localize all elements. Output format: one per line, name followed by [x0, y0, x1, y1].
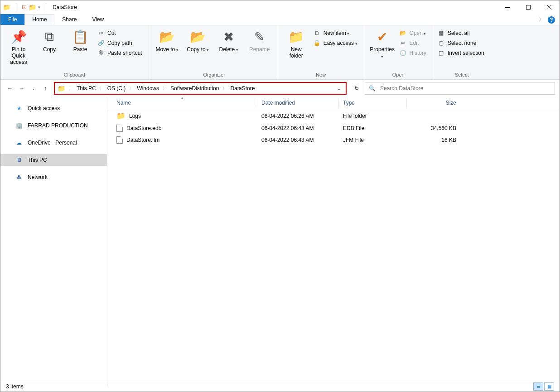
crumb-windows[interactable]: Windows	[137, 85, 159, 92]
crumb-this-pc[interactable]: This PC	[77, 85, 96, 92]
select-all-icon: ▦	[438, 30, 445, 36]
search-placeholder: Search DataStore	[380, 85, 423, 92]
cut-icon: ✂	[97, 30, 105, 36]
select-all-button[interactable]: ▦Select all	[436, 29, 486, 37]
rename-button[interactable]: ✎ Rename	[247, 28, 272, 53]
chevron-right-icon[interactable]: 〉	[163, 86, 167, 92]
sidebar-item-this-pc[interactable]: 🖥This PC	[0, 154, 107, 166]
group-open: ✔ Properties 📂Open ✏Edit 🕘History Open	[364, 25, 433, 79]
svg-rect-0	[505, 7, 510, 8]
ribbon: 📌 Pin to Quick access ⧉ Copy 📋 Paste ✂Cu…	[0, 25, 560, 80]
ribbon-collapse-icon[interactable]: 〉	[539, 16, 544, 24]
file-list: ▲Name Date modified Type Size 📁Logs06-04…	[107, 97, 560, 387]
properties-button[interactable]: ✔ Properties	[370, 28, 395, 60]
app-icon: 📁	[3, 4, 10, 11]
navigation-bar: ← → ⌄ ↑ 📁 〉 This PC 〉 OS (C:) 〉 Windows …	[0, 80, 560, 97]
close-button[interactable]	[539, 0, 560, 14]
copy-to-button[interactable]: 📂 Copy to	[185, 28, 211, 53]
copy-button[interactable]: ⧉ Copy	[37, 28, 62, 53]
select-none-icon: ▢	[438, 40, 445, 46]
table-row[interactable]: DataStore.edb06-04-2022 06:43 AMEDB File…	[107, 122, 560, 134]
table-row[interactable]: 📁Logs06-04-2022 06:26 AMFile folder	[107, 109, 560, 122]
crumb-os-c[interactable]: OS (C:)	[107, 85, 126, 92]
address-folder-icon: 📁	[58, 85, 65, 92]
paste-button[interactable]: 📋 Paste	[68, 28, 93, 53]
view-details-button[interactable]: ☰	[533, 382, 543, 391]
building-icon: 🏢	[15, 122, 23, 129]
recent-dropdown[interactable]: ⌄	[29, 83, 39, 93]
sidebar-item-quick-access[interactable]: ★Quick access	[0, 102, 107, 114]
minimize-button[interactable]	[497, 0, 518, 14]
copy-path-icon: 🔗	[97, 40, 105, 46]
group-clipboard: 📌 Pin to Quick access ⧉ Copy 📋 Paste ✂Cu…	[0, 25, 149, 79]
rename-icon: ✎	[254, 28, 265, 45]
file-size	[406, 114, 461, 118]
sidebar-item-onedrive[interactable]: ☁OneDrive - Personal	[0, 137, 107, 149]
refresh-button[interactable]: ↻	[350, 82, 363, 95]
window-title: DataStore	[53, 4, 77, 10]
chevron-right-icon[interactable]: 〉	[100, 86, 104, 92]
paste-shortcut-icon: 🗐	[97, 50, 105, 56]
tab-file[interactable]: File	[0, 14, 24, 25]
easy-access-button[interactable]: 🔓Easy access	[312, 39, 359, 47]
star-icon: ★	[15, 105, 23, 111]
copy-path-button[interactable]: 🔗Copy path	[96, 39, 144, 47]
folder-icon: 📁	[116, 111, 126, 120]
maximize-button[interactable]	[518, 0, 539, 14]
sidebar-item-network[interactable]: 🖧Network	[0, 171, 107, 183]
file-name: DataStore.edb	[126, 125, 161, 131]
new-item-button[interactable]: 🗋New item	[312, 29, 359, 37]
crumb-softwaredistribution[interactable]: SoftwareDistribution	[170, 85, 219, 92]
history-button[interactable]: 🕘History	[398, 49, 428, 57]
delete-icon: ✖	[223, 28, 234, 45]
tab-view[interactable]: View	[84, 14, 111, 25]
qat-folder-icon[interactable]: 📁	[29, 4, 36, 11]
qat-checkbox-icon[interactable]: ☑	[22, 4, 27, 10]
col-name[interactable]: ▲Name	[107, 97, 257, 109]
col-size[interactable]: Size	[406, 97, 461, 109]
open-icon: 📂	[400, 30, 407, 36]
paste-shortcut-button[interactable]: 🗐Paste shortcut	[96, 49, 144, 57]
col-type[interactable]: Type	[338, 97, 406, 109]
sort-asc-icon: ▲	[180, 96, 184, 100]
tab-home[interactable]: Home	[24, 14, 54, 25]
move-to-button[interactable]: 📂 Move to	[154, 28, 180, 53]
chevron-right-icon[interactable]: 〉	[69, 86, 73, 92]
item-count: 3 items	[6, 383, 24, 390]
content-area: ★Quick access 🏢FARRAD PRODUCTION ☁OneDri…	[0, 97, 560, 387]
invert-selection-button[interactable]: ◫Invert selection	[436, 49, 486, 57]
crumb-datastore[interactable]: DataStore	[230, 85, 255, 92]
help-icon[interactable]: ?	[548, 16, 555, 24]
up-button[interactable]: ↑	[40, 83, 50, 93]
group-select: ▦Select all ▢Select none ◫Invert selecti…	[433, 25, 491, 79]
select-none-button[interactable]: ▢Select none	[436, 39, 486, 47]
qat-dropdown-icon[interactable]: ▾	[38, 5, 40, 10]
move-to-icon: 📂	[159, 28, 175, 45]
window-controls	[497, 0, 560, 14]
chevron-right-icon[interactable]: 〉	[129, 86, 133, 92]
group-new: 📁 New folder 🗋New item 🔓Easy access New	[278, 25, 364, 79]
file-name: DataStore.jfm	[126, 137, 159, 143]
new-folder-button[interactable]: 📁 New folder	[284, 28, 309, 59]
file-icon	[116, 125, 123, 132]
file-type: File folder	[338, 111, 406, 121]
ribbon-tabs: File Home Share View 〉 ?	[0, 14, 560, 25]
address-dropdown-icon[interactable]: ⌄	[335, 85, 343, 92]
search-input[interactable]: 🔍 Search DataStore	[365, 82, 555, 95]
open-button[interactable]: 📂Open	[398, 29, 428, 37]
tab-share[interactable]: Share	[54, 14, 84, 25]
edit-button[interactable]: ✏Edit	[398, 39, 428, 47]
col-date[interactable]: Date modified	[257, 97, 338, 109]
file-date: 06-04-2022 06:43 AM	[257, 135, 338, 145]
column-headers: ▲Name Date modified Type Size	[107, 97, 560, 109]
back-button[interactable]: ←	[5, 83, 15, 93]
sidebar-item-farrad[interactable]: 🏢FARRAD PRODUCTION	[0, 120, 107, 131]
forward-button[interactable]: →	[17, 83, 27, 93]
chevron-right-icon[interactable]: 〉	[222, 86, 227, 92]
table-row[interactable]: DataStore.jfm06-04-2022 06:43 AMJFM File…	[107, 134, 560, 146]
delete-button[interactable]: ✖ Delete	[216, 28, 241, 53]
address-bar[interactable]: 📁 〉 This PC 〉 OS (C:) 〉 Windows 〉 Softwa…	[54, 82, 347, 95]
cut-button[interactable]: ✂Cut	[96, 29, 144, 37]
pin-button[interactable]: 📌 Pin to Quick access	[6, 28, 31, 65]
view-large-icons-button[interactable]: ▦	[544, 382, 554, 391]
